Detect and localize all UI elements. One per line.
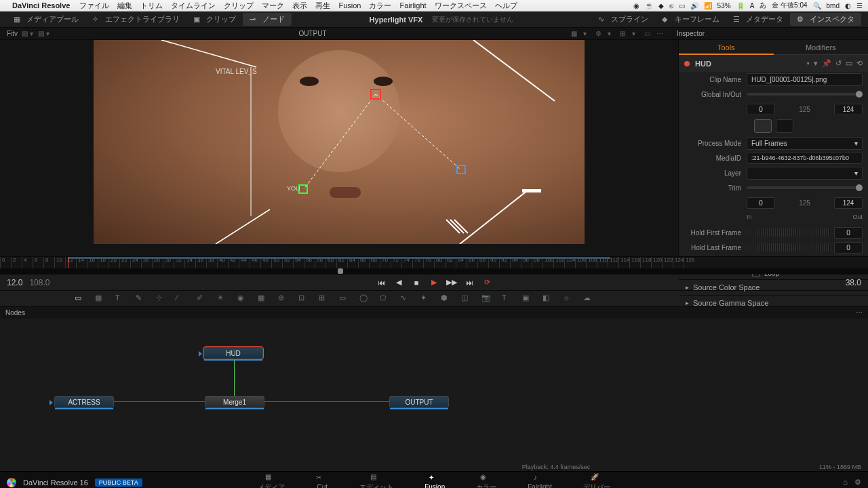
tool-particle[interactable]: ✦ [420,293,431,304]
menu-playback[interactable]: 再生 [315,1,330,11]
viewer-right-4[interactable]: ▾ [608,30,616,38]
input-icon[interactable]: A [750,2,755,9]
node-merge[interactable]: Merge1 [205,396,264,408]
stop-button[interactable]: ■ [410,277,422,289]
search-icon[interactable]: 🔍 [813,2,821,9]
tool-brush[interactable]: ✐ [197,293,208,304]
tool-shape3d[interactable]: ◧ [542,293,553,304]
viewer-opt-4[interactable]: ▾ [46,30,54,38]
menu-color[interactable]: カラー [369,1,391,11]
tool-3d[interactable]: ◫ [461,293,472,304]
tool-mask-ellipse[interactable]: ◯ [359,293,370,304]
step-back-button[interactable]: ◀ [393,277,405,289]
hold-first-value[interactable]: 0 [834,227,863,239]
tool-text3d[interactable]: T [502,293,513,304]
global-out[interactable]: 124 [834,104,863,115]
node-color-icon[interactable]: ▪ [807,59,810,68]
battery-icon[interactable]: 🔋 [736,2,745,9]
viewer-opt-1[interactable]: ▤ [22,30,30,38]
source-gamma-collapse[interactable]: Source Gamma Space [679,295,868,310]
wifi2-icon[interactable]: 📶 [704,2,712,9]
viewer-opt-2[interactable]: ▾ [30,30,38,38]
home-icon[interactable]: ⌂ [843,478,848,487]
fx-library-button[interactable]: ✧ エフェクトライブラリ [85,13,186,26]
viewer-right-1[interactable]: ▦ [571,30,579,38]
temp-icon[interactable]: ☕ [645,2,653,9]
seg-audio[interactable] [776,119,793,133]
tool-light[interactable]: ☀ [217,293,228,304]
trim-slider[interactable] [747,186,863,189]
menu-clip[interactable]: クリップ [224,1,254,11]
go-start-button[interactable]: ⏮ [375,277,387,289]
tool-prender[interactable]: ⬢ [441,293,452,304]
viewer-content[interactable]: WARNING VITAL LEV_S YOU [94,40,585,244]
menu-workspace[interactable]: ワークスペース [435,1,487,11]
go-end-button[interactable]: ⏭ [463,277,475,289]
clock[interactable]: 金 午後5:04 [772,1,807,10]
global-inout-slider[interactable] [747,93,863,96]
viewer-right-2[interactable]: ▾ [583,30,591,38]
menu-mark[interactable]: マーク [262,1,284,11]
node-default-icon[interactable]: ▭ [846,59,852,68]
node-version-icon[interactable]: ↺ [835,59,842,68]
hold-last-value[interactable]: 0 [834,242,863,253]
tool-merge[interactable]: ⊕ [278,293,289,304]
time-ruler[interactable]: 0246810121416182022242628303234363840424… [0,256,868,268]
nodes-area[interactable]: HUD ACTRESS Merge1 OUTPUT [0,319,868,463]
time-in[interactable]: 12.0 [7,278,22,287]
tool-edge[interactable]: ∕ [176,293,187,304]
node-output[interactable]: OUTPUT [389,396,449,408]
tool-camera[interactable]: 📷 [481,293,492,304]
viewer-panel[interactable]: WARNING VITAL LEV_S YOU [0,40,678,256]
menu-file[interactable]: ファイル [79,1,109,11]
network-icon[interactable]: ⎋ [669,2,673,9]
menu-help[interactable]: ヘルプ [495,1,517,11]
cc-icon[interactable]: ◐ [845,2,851,9]
tool-fastnoise[interactable]: ▦ [95,293,106,304]
media-pool-button[interactable]: ▦ メディアプール [7,13,85,26]
tool-mask-poly[interactable]: ⬠ [380,293,391,304]
page-color[interactable]: ◉カラー [476,473,496,489]
tool-resize[interactable]: ⊞ [319,293,330,304]
tool-blur[interactable]: ◉ [237,293,248,304]
keyframes-button[interactable]: ◆ キーフレーム [655,13,726,26]
menu-trim[interactable]: トリム [140,1,163,11]
node-drop-icon[interactable]: ▾ [814,59,818,68]
clip-name-value[interactable]: HUD_[00001-00125].png [747,73,863,86]
time-current[interactable]: 38.0 [846,278,861,287]
step-fwd-button[interactable]: ▶▶ [446,277,458,289]
tool-mask-rect[interactable]: ▭ [339,293,350,304]
seg-image[interactable] [754,119,772,133]
node-reset-icon[interactable]: ⟲ [856,59,863,68]
display-icon[interactable]: ▭ [679,2,685,9]
layer-select[interactable]: ▾ [747,167,863,180]
node-hud[interactable]: HUD [203,347,263,359]
clips-button[interactable]: ▣ クリップ [186,13,243,26]
fit-dropdown[interactable]: Fitv [7,30,18,37]
spline-button[interactable]: ∿ スプライン [591,13,655,26]
inspector-node-row[interactable]: HUD ▪ ▾ 📌 ↺ ▭ ⟲ [679,55,868,72]
page-cut[interactable]: ✂Cut [316,474,328,488]
tool-text[interactable]: T [115,293,126,304]
page-deliver[interactable]: 🚀デリバー [583,473,610,489]
lang-icon[interactable]: あ [760,1,766,10]
tool-render3d[interactable]: ☁ [583,293,594,304]
menu-edit[interactable]: 編集 [117,1,132,11]
page-fusion[interactable]: ✦Fusion [425,474,445,488]
viewer-right-6[interactable]: ▾ [632,30,640,38]
viewer-right-8[interactable]: ⋯ [656,30,665,38]
tool-tracker[interactable]: ⊹ [156,293,167,304]
volume-icon[interactable]: 🔊 [690,2,698,9]
menu-fairlight[interactable]: Fairlight [399,1,426,9]
viewer-right-5[interactable]: ⊞ [620,30,628,38]
tool-color[interactable]: ▦ [258,293,269,304]
viewer-right-7[interactable]: ▭ [644,30,652,38]
inspector-button[interactable]: ⚙ インスペクタ [790,13,861,26]
node-pin-icon[interactable]: 📌 [822,59,831,68]
user[interactable]: bmd [827,2,840,9]
tool-background[interactable]: ▭ [75,293,85,304]
tab-tools[interactable]: Tools [679,40,774,55]
app-name[interactable]: DaVinci Resolve [12,1,70,9]
loop-button[interactable]: ⟳ [481,277,493,289]
skype-icon[interactable]: ◉ [633,2,639,9]
